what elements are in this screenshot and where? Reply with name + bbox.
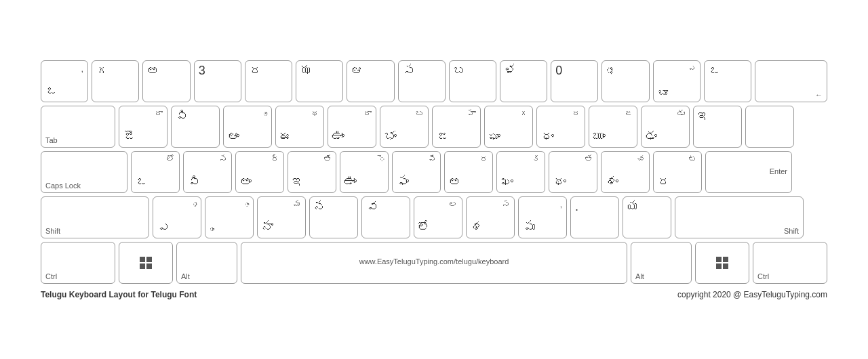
key-n[interactable]: ల లో (414, 196, 462, 238)
windows-icon (140, 257, 152, 269)
key-k[interactable]: క ఖం (496, 151, 545, 193)
enter-key[interactable]: Enter (705, 151, 792, 193)
row-caps: Caps Lock లో ఒ స ఏి ర్ అం తి ఇ ె ఊం పి ఫ… (41, 151, 827, 193)
key-p[interactable]: జ ఋం (589, 106, 637, 148)
footer-brand: Telugu Keyboard (41, 290, 106, 299)
key-backslash[interactable] (745, 106, 794, 148)
key-lbracket[interactable]: డు ఢం (641, 106, 690, 148)
caps-lock-key[interactable]: Caps Lock (41, 151, 127, 193)
key-v[interactable]: న (309, 196, 358, 238)
key-d[interactable]: ర్ అం (235, 151, 284, 193)
key-x[interactable]: ం ం (205, 196, 254, 238)
key-y[interactable]: బ భం (380, 106, 429, 148)
footer-description: Layout for Telugu Font (108, 290, 197, 299)
key-7[interactable]: స (398, 60, 446, 102)
key-0[interactable]: 0 (551, 60, 598, 102)
win-left-key[interactable] (119, 242, 173, 284)
windows-icon-right (716, 257, 728, 269)
key-quote[interactable]: ట ర (653, 151, 702, 193)
key-rbracket[interactable]: ఇ (693, 106, 742, 148)
row-bottom: Ctrl Alt www.EasyTeluguTyping.com/telugu… (41, 242, 827, 284)
keyboard-layout: , ఒ గ అ 3 ర ఝ ఆ స బ ళ 0 (41, 60, 827, 299)
key-u[interactable]: హా జ (432, 106, 481, 148)
key-minus[interactable]: ః (601, 60, 649, 102)
key-semicolon[interactable]: చ శం (601, 151, 650, 193)
alt-right-key[interactable]: Alt (631, 242, 692, 284)
key-i[interactable]: గ ఘం (484, 106, 533, 148)
key-period[interactable]: . (570, 196, 619, 238)
key-e[interactable]: ం ఆం (223, 106, 272, 148)
key-comma[interactable]: , పు (518, 196, 567, 238)
key-l[interactable]: త థం (549, 151, 597, 193)
key-r[interactable]: థ ఈ (275, 106, 324, 148)
key-5[interactable]: ఝ (296, 60, 343, 102)
win-right-key[interactable] (695, 242, 749, 284)
key-6[interactable]: ఆ (347, 60, 394, 102)
key-s[interactable]: స ఏి (183, 151, 232, 193)
key-bracket[interactable]: ఒ (704, 60, 751, 102)
key-f[interactable]: తి ఇ (288, 151, 336, 193)
key-slash[interactable]: య (623, 196, 671, 238)
footer: Telugu Keyboard Layout for Telugu Font c… (41, 290, 827, 299)
ctrl-left-key[interactable]: Ctrl (41, 242, 115, 284)
key-2[interactable]: అ (142, 60, 190, 102)
footer-right: copyright 2020 @ EasyTeluguTyping.com (677, 290, 827, 299)
space-key[interactable]: www.EasyTeluguTyping.com/telugu/keyboard (241, 242, 627, 284)
key-c[interactable]: మ నా (257, 196, 306, 238)
key-3[interactable]: 3 (194, 60, 241, 102)
shift-left-key[interactable]: Shift (41, 196, 149, 238)
key-z[interactable]: ు ఎ (153, 196, 201, 238)
row-shift: Shift ు ఎ ం ం మ నా న వ ల లో స శ , పు (41, 196, 827, 238)
key-a[interactable]: లో ఒ (131, 151, 180, 193)
backspace-key[interactable]: ← (755, 60, 827, 102)
key-equals[interactable]: ఎ బూ (653, 60, 701, 102)
key-g[interactable]: ె ఊం (340, 151, 389, 193)
key-8[interactable]: బ (449, 60, 496, 102)
row-tab: Tab రా జొ ఏి ం ఆం థ ఈ రా ఊం బ భం హా జ (41, 106, 827, 148)
key-o[interactable]: ద ధం (536, 106, 585, 148)
key-q[interactable]: రా జొ (119, 106, 167, 148)
key-backtick[interactable]: , ఒ (41, 60, 88, 102)
key-4[interactable]: ర (245, 60, 292, 102)
key-m[interactable]: స శ (466, 196, 515, 238)
tab-key[interactable]: Tab (41, 106, 115, 148)
alt-left-key[interactable]: Alt (176, 242, 237, 284)
footer-left: Telugu Keyboard Layout for Telugu Font (41, 290, 197, 299)
key-w[interactable]: ఏి (171, 106, 220, 148)
key-j[interactable]: ర అ (444, 151, 493, 193)
ctrl-right-key[interactable]: Ctrl (753, 242, 827, 284)
shift-right-key[interactable]: Shift (675, 196, 804, 238)
key-t[interactable]: రా ఊం (328, 106, 376, 148)
key-h[interactable]: పి ఫం (392, 151, 441, 193)
key-b[interactable]: వ (361, 196, 410, 238)
key-9[interactable]: ళ (500, 60, 547, 102)
key-1[interactable]: గ (92, 60, 139, 102)
row-numbers: , ఒ గ అ 3 ర ఝ ఆ స బ ళ 0 (41, 60, 827, 102)
